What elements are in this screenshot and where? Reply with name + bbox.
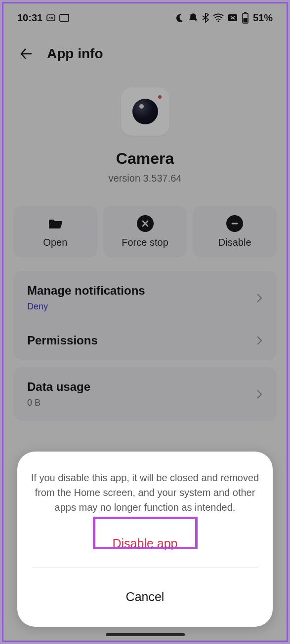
folder-open-icon: [47, 215, 64, 232]
open-label: Open: [43, 237, 67, 248]
app-icon: [121, 87, 169, 136]
camera-lens-icon: [132, 99, 158, 124]
cancel-button[interactable]: Cancel: [30, 582, 260, 612]
minus-circle-icon: [226, 215, 243, 232]
notifications-title: Manage notifications: [27, 284, 145, 298]
force-stop-button[interactable]: Force stop: [103, 206, 187, 257]
disable-app-button[interactable]: Disable app: [30, 529, 260, 559]
app-name: Camera: [116, 150, 174, 168]
dialog-message: If you disable this app, it will be clos…: [30, 470, 260, 515]
wifi-icon: [213, 13, 224, 22]
disable-label: Disable: [218, 237, 251, 248]
status-icon-1: cb: [46, 13, 55, 22]
svg-point-3: [217, 21, 219, 22]
app-version: version 3.537.64: [109, 173, 182, 184]
disable-button[interactable]: Disable: [193, 206, 277, 257]
svg-rect-2: [60, 14, 69, 21]
data-usage-title: Data usage: [27, 380, 90, 394]
status-time: 10:31: [17, 12, 42, 24]
app-header: Camera version 3.537.64: [3, 73, 287, 199]
battery-icon: [242, 12, 249, 24]
home-indicator[interactable]: [106, 633, 185, 636]
chevron-right-icon: [256, 335, 263, 346]
status-bar: 10:31 cb 51%: [3, 3, 287, 30]
svg-rect-7: [243, 18, 247, 23]
permissions-row[interactable]: Permissions: [13, 323, 277, 358]
bluetooth-icon: [202, 13, 209, 23]
svg-rect-6: [244, 12, 247, 13]
open-button[interactable]: Open: [13, 206, 97, 257]
svg-text:cb: cb: [48, 16, 53, 20]
battery-percent: 51%: [253, 12, 273, 24]
chevron-right-icon: [256, 292, 263, 304]
mute-icon: [188, 13, 198, 23]
chevron-right-icon: [256, 388, 263, 400]
disable-dialog: If you disable this app, it will be clos…: [17, 452, 273, 627]
back-button[interactable]: [17, 45, 35, 63]
force-stop-label: Force stop: [122, 237, 168, 248]
cast-icon: [59, 14, 69, 22]
manage-notifications-row[interactable]: Manage notifications Deny: [13, 273, 277, 323]
data-icon: [228, 14, 238, 22]
notifications-status: Deny: [27, 302, 145, 312]
close-circle-icon: [137, 215, 154, 232]
arrow-left-icon: [18, 46, 34, 62]
data-usage-row[interactable]: Data usage 0 B: [13, 369, 277, 419]
page-title: App info: [47, 46, 103, 62]
permissions-title: Permissions: [27, 334, 98, 347]
divider: [32, 568, 258, 568]
moon-icon: [175, 13, 184, 22]
data-usage-value: 0 B: [27, 398, 90, 408]
header: App info: [3, 30, 287, 73]
recording-dot-icon: [158, 95, 162, 99]
